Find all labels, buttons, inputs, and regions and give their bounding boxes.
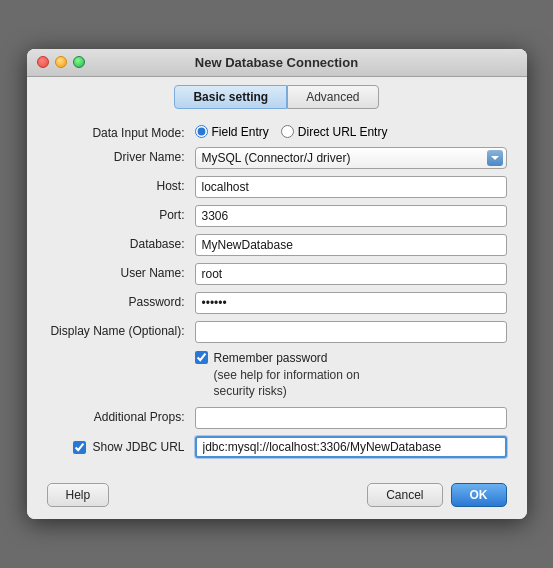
- close-button[interactable]: [37, 56, 49, 68]
- driver-name-select[interactable]: MySQL (Connector/J driver)PostgreSQLOrac…: [195, 147, 507, 169]
- host-control: [195, 176, 507, 198]
- port-row: Port:: [47, 205, 507, 227]
- radio-direct-url-input[interactable]: [281, 125, 294, 138]
- driver-name-select-wrapper: MySQL (Connector/J driver)PostgreSQLOrac…: [195, 147, 507, 169]
- additional-props-label: Additional Props:: [47, 407, 195, 424]
- additional-props-control: [195, 407, 507, 429]
- host-row: Host:: [47, 176, 507, 198]
- display-name-control: [195, 321, 507, 343]
- tab-bar: Basic setting Advanced: [27, 77, 527, 109]
- tab-basic-setting[interactable]: Basic setting: [174, 85, 287, 109]
- radio-field-entry[interactable]: Field Entry: [195, 125, 269, 139]
- minimize-button[interactable]: [55, 56, 67, 68]
- show-jdbc-row: Show JDBC URL: [47, 436, 507, 458]
- driver-name-label: Driver Name:: [47, 147, 195, 164]
- window-title: New Database Connection: [195, 55, 358, 70]
- ok-button[interactable]: OK: [451, 483, 507, 507]
- username-row: User Name:: [47, 263, 507, 285]
- radio-field-entry-input[interactable]: [195, 125, 208, 138]
- title-bar: New Database Connection: [27, 49, 527, 77]
- show-jdbc-label-text: Show JDBC URL: [92, 440, 184, 454]
- cancel-button[interactable]: Cancel: [367, 483, 442, 507]
- database-input[interactable]: [195, 234, 507, 256]
- additional-props-row: Additional Props:: [47, 407, 507, 429]
- jdbc-url-control: [195, 436, 507, 458]
- host-label: Host:: [47, 176, 195, 193]
- remember-password-label[interactable]: Remember password(see help for informati…: [195, 350, 360, 400]
- remember-password-checkbox[interactable]: [195, 351, 208, 364]
- additional-props-input[interactable]: [195, 407, 507, 429]
- display-name-row: Display Name (Optional):: [47, 321, 507, 343]
- show-jdbc-checkbox[interactable]: [73, 441, 86, 454]
- port-control: [195, 205, 507, 227]
- traffic-lights: [37, 56, 85, 68]
- jdbc-url-input[interactable]: [195, 436, 507, 458]
- username-label: User Name:: [47, 263, 195, 280]
- username-input[interactable]: [195, 263, 507, 285]
- radio-direct-url[interactable]: Direct URL Entry: [281, 125, 388, 139]
- form-content: Data Input Mode: Field Entry Direct URL …: [27, 109, 527, 475]
- dialog-window: New Database Connection Basic setting Ad…: [27, 49, 527, 519]
- password-control: [195, 292, 507, 314]
- password-label: Password:: [47, 292, 195, 309]
- display-name-label: Display Name (Optional):: [47, 321, 195, 338]
- database-row: Database:: [47, 234, 507, 256]
- database-label: Database:: [47, 234, 195, 251]
- host-input[interactable]: [195, 176, 507, 198]
- data-input-mode-control: Field Entry Direct URL Entry: [195, 123, 507, 139]
- data-input-mode-label: Data Input Mode:: [47, 123, 195, 140]
- remember-password-row: Remember password(see help for informati…: [195, 350, 507, 400]
- port-input[interactable]: [195, 205, 507, 227]
- password-input[interactable]: [195, 292, 507, 314]
- driver-name-control: MySQL (Connector/J driver)PostgreSQLOrac…: [195, 147, 507, 169]
- maximize-button[interactable]: [73, 56, 85, 68]
- display-name-input[interactable]: [195, 321, 507, 343]
- tab-advanced[interactable]: Advanced: [287, 85, 378, 109]
- password-row: Password:: [47, 292, 507, 314]
- help-button[interactable]: Help: [47, 483, 110, 507]
- driver-name-row: Driver Name: MySQL (Connector/J driver)P…: [47, 147, 507, 169]
- port-label: Port:: [47, 205, 195, 222]
- username-control: [195, 263, 507, 285]
- dialog-footer: Help Cancel OK: [27, 475, 527, 519]
- remember-password-text: Remember password(see help for informati…: [214, 350, 360, 400]
- show-jdbc-label-wrapper: Show JDBC URL: [47, 440, 195, 454]
- data-input-mode-row: Data Input Mode: Field Entry Direct URL …: [47, 123, 507, 140]
- database-control: [195, 234, 507, 256]
